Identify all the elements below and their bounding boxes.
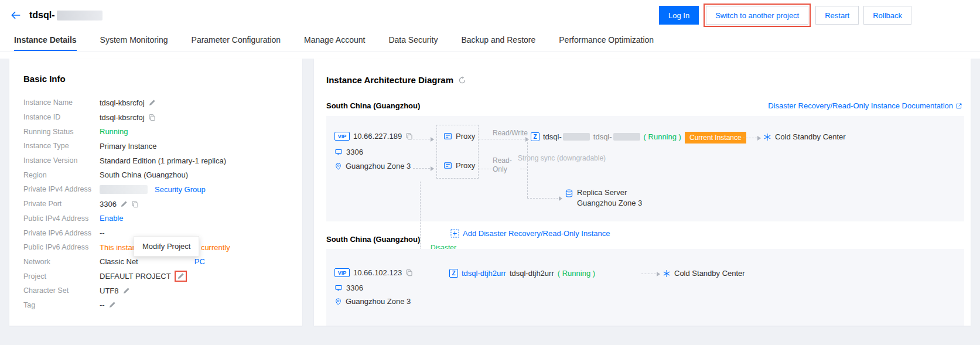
tab-data-security[interactable]: Data Security — [388, 30, 438, 51]
connector-readonly-elbow — [520, 169, 527, 169]
private-port-value: 3306 — [100, 200, 117, 209]
connector-primary-to-replica — [527, 139, 528, 198]
dr-instance-link[interactable]: tdsql-dtjh2urr — [462, 269, 506, 278]
edit-icon[interactable] — [108, 301, 116, 309]
vip-address-row: VIP 10.66.227.189 — [334, 132, 413, 141]
basic-info-card: Basic Info Instance Name tdsql-kbsrcfoj … — [9, 59, 302, 326]
back-arrow-icon[interactable] — [11, 11, 21, 20]
proxy-label: Proxy — [456, 132, 475, 141]
row-instance-version: Instance Version Standard Edition (1 pri… — [23, 153, 288, 168]
row-running-status: Running Status Running — [23, 124, 288, 139]
edit-icon[interactable] — [148, 99, 156, 107]
instance-name-value: tdsql-kbsrcfoj — [100, 98, 145, 107]
row-region: Region South China (Guangzhou) — [23, 168, 288, 182]
edit-icon[interactable] — [120, 200, 128, 208]
tab-system-monitoring[interactable]: System Monitoring — [100, 30, 168, 51]
plus-box-icon — [450, 229, 459, 238]
connector-primary-to-cold — [740, 138, 760, 138]
page-title: tdsql- — [29, 10, 103, 21]
primary-instance-status: ( Running ) — [644, 132, 681, 141]
field-label: Tag — [23, 301, 100, 309]
current-instance-badge: Current Instance — [685, 132, 746, 144]
dr-instance-status: ( Running ) — [558, 269, 595, 278]
region1-diagram-area: VIP 10.66.227.189 3306 Guangzhou Zone 3 … — [326, 116, 964, 221]
copy-icon[interactable] — [405, 132, 413, 140]
tab-performance-optimization[interactable]: Performance Optimization — [559, 30, 654, 51]
enable-public-ipv4-link[interactable]: Enable — [100, 214, 123, 223]
proxy-icon — [443, 132, 452, 141]
architecture-diagram-card: Instance Architecture Diagram Disaster R… — [314, 59, 971, 326]
security-group-link[interactable]: Security Group — [155, 185, 206, 194]
page-content: Basic Info Instance Name tdsql-kbsrcfoj … — [0, 59, 980, 345]
edit-project-icon[interactable] — [177, 272, 185, 280]
row-private-port: Private Port 3306 — [23, 197, 288, 211]
field-label: Project — [23, 272, 100, 281]
read-write-label: Read/Write — [493, 129, 528, 137]
read-only-label: Read-Only — [493, 156, 518, 174]
region2-diagram-area: VIP 10.66.102.123 3306 Guangzhou Zone 3 … — [326, 249, 964, 326]
row-project: Project DEFAULT PROJECT — [23, 269, 288, 283]
vip-address-row: VIP 10.66.102.123 — [334, 268, 413, 277]
rollback-button[interactable]: Rollback — [863, 6, 911, 25]
instance-title-prefix: tdsql- — [29, 10, 55, 21]
replica-db-icon — [565, 189, 573, 198]
connector-vip-to-proxy1 — [413, 139, 433, 139]
port-row: 3306 — [334, 148, 363, 156]
switch-project-button[interactable]: Switch to another project — [706, 6, 808, 25]
vip-address: 10.66.227.189 — [353, 132, 402, 141]
row-private-ipv4: Private IPv4 Address Security Group — [23, 182, 288, 197]
restart-button[interactable]: Restart — [815, 6, 859, 25]
zone-value: Guangzhou Zone 3 — [346, 297, 411, 306]
cold-standby-icon — [663, 269, 671, 278]
vip-icon: VIP — [334, 268, 350, 277]
replica-node: Replica Server Guangzhou Zone 3 — [565, 187, 642, 209]
basic-info-title: Basic Info — [9, 59, 302, 84]
connector-into-replica — [527, 198, 561, 199]
vip-icon: VIP — [334, 132, 350, 141]
cold-standby-label: Cold Standby Center — [674, 269, 745, 278]
field-label: Region — [23, 171, 100, 179]
external-link-icon — [955, 103, 962, 110]
row-public-ipv4: Public IPv4 Address Enable — [23, 211, 288, 226]
project-value: DEFAULT PROJECT — [100, 272, 171, 281]
dr-instance-node: Z tdsql-dtjh2urr tdsql-dtjh2urr ( Runnin… — [449, 269, 595, 278]
field-label: Instance Type — [23, 142, 100, 150]
tab-parameter-configuration[interactable]: Parameter Configuration — [192, 30, 281, 51]
network-link-right[interactable]: PC — [194, 257, 205, 266]
cold-standby-node: Cold Standby Center — [763, 132, 846, 141]
copy-icon[interactable] — [148, 114, 156, 121]
region1-name: South China (Guangzhou) — [326, 101, 420, 110]
row-instance-name: Instance Name tdsql-kbsrcfoj — [23, 95, 288, 110]
character-set-value: UTF8 — [100, 286, 119, 295]
public-ipv6-note-left: This instan — [100, 243, 136, 252]
field-label: Private Port — [23, 200, 100, 208]
zone-value: Guangzhou Zone 3 — [346, 162, 411, 170]
header-actions: Log In Switch to another project Restart… — [659, 4, 911, 27]
tab-manage-account[interactable]: Manage Account — [304, 30, 365, 51]
copy-icon[interactable] — [131, 200, 139, 208]
log-in-button[interactable]: Log In — [659, 6, 699, 25]
copy-icon[interactable] — [405, 269, 413, 276]
port-row: 3306 — [334, 283, 363, 292]
add-dr-readonly-link[interactable]: Add Disaster Recovery/Read-Only Instance — [450, 229, 610, 238]
row-instance-id: Instance ID tdsql-kbsrcfoj — [23, 110, 288, 125]
dr-doc-link[interactable]: Disaster Recovery/Read-Only Instance Doc… — [768, 101, 962, 110]
replica-zone: Guangzhou Zone 3 — [577, 198, 642, 209]
proxy-icon — [443, 161, 452, 170]
field-label: Private IPv4 Address — [23, 185, 100, 193]
zone-row: Guangzhou Zone 3 — [334, 162, 411, 170]
primary-instance-name-redacted: tdsql- — [593, 132, 640, 141]
primary-instance-node: Z tdsql- tdsql- ( Running ) — [531, 132, 681, 141]
connector-proxy-to-readonly — [479, 169, 491, 169]
refresh-icon[interactable] — [458, 76, 466, 84]
dr-instance-name: tdsql-dtjh2urr — [510, 269, 554, 278]
tab-instance-details[interactable]: Instance Details — [14, 30, 77, 51]
edit-icon[interactable] — [122, 287, 130, 295]
tab-bar: Instance Details System Monitoring Param… — [0, 30, 980, 52]
field-label: Network — [23, 258, 100, 266]
connector-vip-to-proxy2 — [413, 168, 433, 169]
modify-project-tooltip: Modify Project — [134, 236, 199, 257]
location-pin-icon — [334, 298, 342, 306]
tab-backup-and-restore[interactable]: Backup and Restore — [461, 30, 535, 51]
row-tag: Tag -- — [23, 298, 288, 313]
